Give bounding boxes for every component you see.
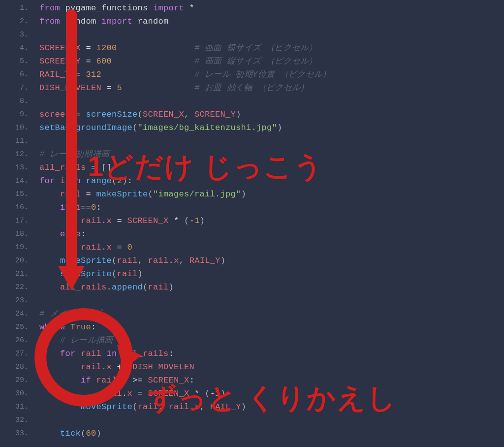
- code-content[interactable]: from pygame_functions import *from rando…: [39, 1, 504, 447]
- token-fn: makeSprite: [96, 190, 148, 199]
- code-line[interactable]: rail.x = SCREEN_X * (-1): [39, 214, 504, 227]
- line-number: 30.: [0, 387, 29, 400]
- code-line[interactable]: rail.x = 0: [39, 241, 504, 254]
- token-punc: (: [205, 389, 210, 398]
- code-line[interactable]: tick(60): [39, 427, 504, 440]
- line-number: 2.: [0, 15, 29, 28]
- code-line[interactable]: [39, 414, 504, 427]
- token-op: [132, 17, 138, 26]
- code-line[interactable]: from random import random: [39, 15, 504, 28]
- code-line[interactable]: moveSprite(rail, rail.x, RAIL_Y): [39, 254, 504, 267]
- code-line[interactable]: showSprite(rail): [39, 267, 504, 281]
- token-punc: (: [112, 269, 117, 279]
- token-kw: in: [107, 349, 117, 358]
- token-op: [117, 43, 195, 53]
- token-num: 600: [96, 57, 112, 66]
- token-op: [70, 203, 76, 212]
- token-num: 0: [91, 203, 96, 212]
- token-kw: for: [60, 349, 76, 358]
- code-line[interactable]: all_rails.append(rail): [39, 281, 504, 294]
- token-kw: if: [81, 376, 91, 385]
- token-punc: .: [117, 376, 123, 385]
- code-editor[interactable]: 1.2.3.4.5.6.7.8.9.10.11.12.13.14.15.16.1…: [0, 0, 504, 447]
- token-num: 0: [127, 243, 133, 252]
- token-op: [39, 402, 81, 412]
- token-kw: from: [39, 3, 60, 13]
- token-var: x: [107, 216, 112, 225]
- token-num: 1: [215, 389, 220, 398]
- token-op: *: [189, 389, 205, 398]
- code-line[interactable]: if rail.x >= SCREEN_X:: [39, 374, 504, 387]
- code-line[interactable]: for rail in all_rails:: [39, 347, 504, 360]
- token-op: =: [101, 83, 117, 93]
- line-number: 28.: [0, 360, 29, 374]
- token-var: RAIL_Y: [39, 70, 70, 79]
- code-line[interactable]: # レール初期描画: [39, 148, 504, 161]
- code-line[interactable]: all_rails = []: [39, 161, 504, 174]
- token-var: DISH_MOVELEN: [132, 362, 194, 372]
- token-punc: ): [241, 402, 247, 412]
- code-line[interactable]: [39, 28, 504, 41]
- line-number: 32.: [0, 414, 29, 427]
- token-var: all_rails: [122, 349, 169, 358]
- code-line[interactable]: [39, 95, 504, 108]
- code-line[interactable]: while True:: [39, 320, 504, 334]
- token-punc: .: [101, 243, 107, 252]
- code-line[interactable]: from pygame_functions import *: [39, 1, 504, 15]
- code-line[interactable]: SCREEN_Y = 600 # 画面 縦サイズ （ピクセル）: [39, 55, 504, 68]
- token-var: rail: [138, 402, 158, 412]
- code-line[interactable]: # レール描画: [39, 334, 504, 347]
- token-cmt: # レール描画: [60, 336, 113, 345]
- token-mod: random: [65, 17, 96, 26]
- token-var: x: [127, 389, 133, 398]
- token-op: [81, 176, 86, 186]
- line-number: 19.: [0, 241, 29, 254]
- line-number: 25.: [0, 320, 29, 334]
- code-line[interactable]: DISH_MOVELEN = 5 # お皿 動く幅 （ピクセル）: [39, 81, 504, 95]
- code-line[interactable]: [39, 294, 504, 307]
- line-number: 24.: [0, 307, 29, 320]
- token-var: x: [107, 362, 112, 372]
- code-line[interactable]: setBackgroundImage("images/bg_kaitenzush…: [39, 121, 504, 134]
- token-var: SCREEN_Y: [39, 57, 81, 66]
- token-var: x: [107, 243, 112, 252]
- line-number: 21.: [0, 267, 29, 281]
- token-op: :: [169, 349, 174, 358]
- token-op: =: [112, 216, 127, 225]
- token-var: rail: [169, 402, 189, 412]
- token-op: [148, 3, 154, 13]
- code-line[interactable]: [39, 134, 504, 148]
- code-line[interactable]: rail = makeSprite("images/rail.jpg"): [39, 188, 504, 201]
- token-op: [122, 83, 194, 93]
- code-line[interactable]: for i in range(2):: [39, 174, 504, 188]
- token-punc: ): [277, 123, 283, 132]
- token-fn: showSprite: [60, 269, 112, 279]
- line-number: 7.: [0, 81, 29, 95]
- line-number: 33.: [0, 427, 29, 440]
- token-var: i: [60, 176, 65, 186]
- token-var: rail: [148, 283, 169, 292]
- token-op: [65, 322, 71, 332]
- code-line[interactable]: rail.x += DISH_MOVELEN: [39, 360, 504, 374]
- token-op: =: [132, 389, 148, 398]
- token-fn: range: [86, 176, 112, 186]
- token-op: -: [210, 389, 216, 398]
- code-line[interactable]: else:: [39, 227, 504, 241]
- code-line[interactable]: screen = screenSize(SCREEN_X, SCREEN_Y): [39, 108, 504, 121]
- code-line[interactable]: SCREEN_X = 1200 # 画面 横サイズ （ピクセル）: [39, 41, 504, 55]
- token-op: >=: [127, 376, 148, 385]
- code-line[interactable]: # メインループ: [39, 307, 504, 320]
- code-line[interactable]: RAIL_Y = 312 # レール 初期Y位置 （ピクセル）: [39, 68, 504, 81]
- token-op: =: [81, 43, 96, 53]
- line-number: 5.: [0, 55, 29, 68]
- token-var: i: [76, 203, 81, 212]
- code-line[interactable]: if i==0:: [39, 201, 504, 214]
- token-op: [55, 176, 61, 186]
- token-var: x: [194, 402, 200, 412]
- token-var: SCREEN_X: [143, 110, 184, 119]
- token-kw: else: [60, 229, 81, 239]
- token-var: SCREEN_X: [39, 43, 81, 53]
- token-kw: import: [101, 17, 132, 26]
- code-line[interactable]: moveSprite(rail, rail.x, RAIL_Y): [39, 400, 504, 414]
- code-line[interactable]: rail.x = SCREEN_X * (-1): [39, 387, 504, 400]
